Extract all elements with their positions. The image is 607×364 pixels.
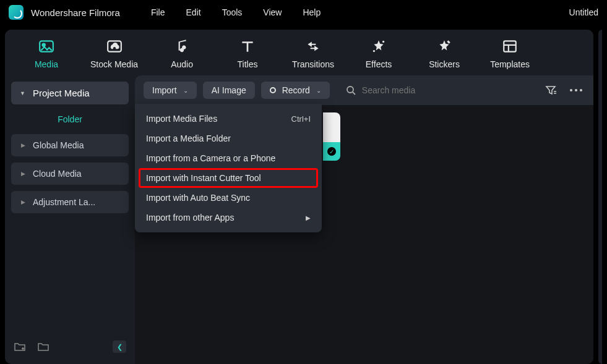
folder-label[interactable]: Folder	[11, 111, 129, 128]
media-icon	[38, 38, 55, 54]
tab-label: Titles	[238, 59, 258, 69]
import-other-apps[interactable]: Import from other Apps ▶	[135, 208, 322, 227]
tab-media[interactable]: Media	[25, 38, 68, 69]
transitions-icon	[304, 38, 322, 54]
chevron-right-icon: ▶	[21, 199, 25, 205]
tab-label: Media	[35, 59, 58, 69]
ai-image-label: AI Image	[212, 85, 246, 95]
dd-label: Import from other Apps	[146, 213, 234, 222]
dd-shortcut: Ctrl+I	[291, 114, 311, 124]
tab-label: Transitions	[292, 59, 334, 69]
dd-label: Import with Auto Beat Sync	[146, 193, 250, 203]
tab-effects[interactable]: Effects	[357, 38, 400, 69]
effects-icon	[370, 38, 387, 54]
sidebar-item-label: Adjustment La...	[33, 197, 95, 207]
titles-icon	[239, 38, 256, 54]
tab-label: Templates	[490, 59, 530, 69]
submenu-arrow-icon: ▶	[306, 214, 311, 221]
chevron-right-icon: ▶	[21, 142, 25, 148]
search-input[interactable]	[362, 85, 539, 95]
dd-label: Import Media Files	[146, 114, 217, 124]
sidebar-item-adjustment-layer[interactable]: ▶ Adjustment La...	[11, 191, 129, 213]
thumbnail-preview	[323, 112, 340, 142]
chevron-right-icon: ▶	[21, 171, 25, 177]
chevron-down-icon: ⌄	[316, 87, 321, 94]
import-camera-phone[interactable]: Import from a Camera or a Phone	[135, 148, 322, 168]
main-panel: Import ⌄ AI Image Record ⌄	[135, 75, 593, 364]
tab-templates[interactable]: Templates	[488, 38, 532, 69]
sidebar-item-global-media[interactable]: ▶ Global Media	[11, 134, 129, 156]
import-label: Import	[152, 85, 177, 95]
menu-view[interactable]: View	[263, 7, 282, 17]
chevron-left-icon: ❮	[117, 343, 123, 351]
new-folder-icon[interactable]	[14, 341, 26, 352]
sidebar-item-label: Cloud Media	[33, 169, 82, 179]
import-auto-beat-sync[interactable]: Import with Auto Beat Sync	[135, 188, 322, 208]
filter-icon[interactable]	[545, 85, 556, 95]
thumbnail-badge: ✓	[323, 142, 340, 161]
menu-tools[interactable]: Tools	[222, 7, 243, 17]
svg-point-1	[43, 44, 45, 46]
svg-rect-5	[504, 41, 516, 51]
import-media-folder[interactable]: Import a Media Folder	[135, 129, 322, 148]
folder-icon[interactable]	[37, 341, 50, 352]
tab-transitions[interactable]: Transitions	[291, 38, 335, 69]
cloud-icon	[106, 38, 123, 54]
sidebar-item-label: Global Media	[33, 140, 84, 150]
sidebar: ▼ Project Media Folder ▶ Global Media ▶ …	[5, 75, 135, 364]
tab-label: Effects	[366, 59, 392, 69]
svg-point-8	[347, 87, 353, 93]
menubar: File Edit Tools View Help	[151, 7, 321, 17]
chevron-down-icon: ⌄	[183, 87, 188, 94]
ai-image-button[interactable]: AI Image	[203, 82, 255, 99]
dd-label: Import from a Camera or a Phone	[146, 153, 275, 163]
import-instant-cutter[interactable]: Import with Instant Cutter Tool	[139, 168, 318, 188]
tab-stickers[interactable]: Stickers	[423, 38, 466, 69]
svg-point-4	[373, 50, 375, 52]
menu-file[interactable]: File	[151, 7, 165, 17]
record-button[interactable]: Record ⌄	[261, 82, 330, 99]
sidebar-header-label: Project Media	[33, 88, 90, 98]
tab-titles[interactable]: Titles	[226, 38, 269, 69]
right-panel-edge	[598, 30, 602, 364]
more-options-button[interactable]	[570, 89, 582, 91]
record-icon	[270, 87, 276, 93]
menu-edit[interactable]: Edit	[186, 7, 201, 17]
sidebar-item-cloud-media[interactable]: ▶ Cloud Media	[11, 163, 129, 185]
tab-stock-media[interactable]: Stock Media	[90, 38, 138, 69]
tab-label: Audio	[171, 59, 193, 69]
tab-audio[interactable]: Audio	[160, 38, 204, 69]
media-thumbnail[interactable]: ✓	[323, 112, 340, 161]
import-media-files[interactable]: Import Media Files Ctrl+I	[135, 109, 322, 129]
chevron-down-icon: ▼	[20, 90, 25, 96]
menu-help[interactable]: Help	[303, 7, 321, 17]
import-button[interactable]: Import ⌄	[144, 82, 197, 99]
app-title: Wondershare Filmora	[31, 7, 120, 18]
audio-icon	[173, 38, 191, 54]
svg-point-3	[382, 41, 384, 43]
titlebar: Wondershare Filmora File Edit Tools View…	[0, 0, 607, 25]
sidebar-header[interactable]: ▼ Project Media	[11, 82, 129, 104]
app-logo-icon	[9, 5, 24, 20]
search-icon	[346, 85, 356, 95]
toolbar: Import ⌄ AI Image Record ⌄	[135, 75, 593, 105]
tab-label: Stock Media	[90, 59, 138, 69]
svg-line-9	[353, 92, 355, 95]
record-label: Record	[282, 85, 310, 95]
document-title: Untitled	[569, 7, 598, 17]
dd-label: Import a Media Folder	[146, 133, 231, 143]
stickers-icon	[436, 38, 453, 54]
tab-label: Stickers	[429, 59, 460, 69]
dd-label: Import with Instant Cutter Tool	[146, 173, 261, 183]
templates-icon	[501, 38, 519, 54]
collapse-sidebar-button[interactable]: ❮	[113, 341, 126, 353]
check-icon: ✓	[327, 147, 336, 156]
import-dropdown: Import Media Files Ctrl+I Import a Media…	[135, 104, 322, 232]
main-tabs: Media Stock Media Audio Titles	[5, 30, 593, 75]
